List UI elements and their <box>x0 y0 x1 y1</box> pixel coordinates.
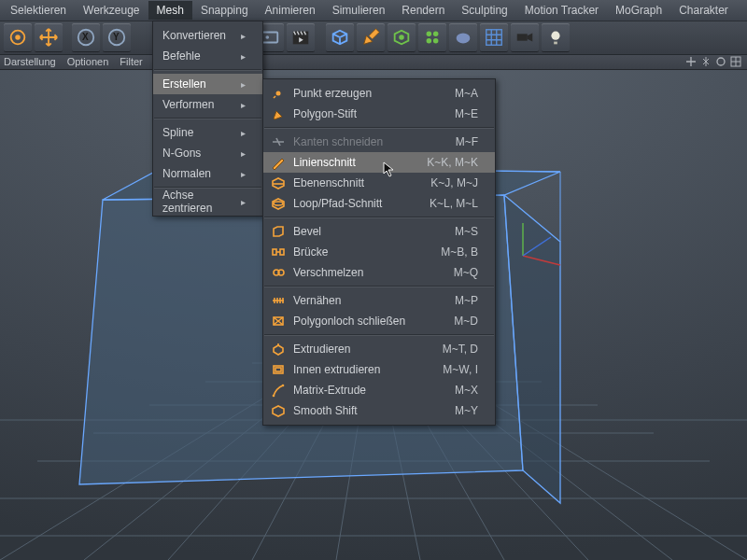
menu-label: Innen extrudieren <box>293 363 431 376</box>
menu2-item-linienschnitt[interactable]: LinienschnittK~K, M~K <box>263 152 495 173</box>
menu-label: Achse zentrieren <box>162 189 241 215</box>
menu-animieren[interactable]: Animieren <box>257 1 324 20</box>
tool-cube[interactable] <box>326 23 354 51</box>
submenu-arrow-icon: ▸ <box>241 100 246 110</box>
menu-label: Konvertieren <box>162 29 226 42</box>
menu-shortcut: M~P <box>455 294 478 307</box>
menu2-item-loop-pfad-schnitt[interactable]: Loop/Pfad-SchnittK~L, M~L <box>263 193 495 214</box>
menu-shortcut: M~X <box>455 384 478 397</box>
secbar-darstellung[interactable]: Darstellung <box>4 56 56 67</box>
loop-cut-icon <box>269 195 288 212</box>
menu2-item-ebenenschnitt[interactable]: EbenenschnittK~J, M~J <box>263 173 495 193</box>
menu1-item-erstellen[interactable]: Erstellen▸ <box>153 74 262 94</box>
svg-point-57 <box>273 395 275 398</box>
menu-shortcut: M~Y <box>455 404 478 417</box>
tool-live-select[interactable] <box>4 23 32 51</box>
tool-cloner[interactable] <box>418 23 446 51</box>
menu-sculpting[interactable]: Sculpting <box>453 1 515 20</box>
nav-orbit-icon[interactable] <box>715 56 726 67</box>
svg-point-38 <box>433 32 439 37</box>
nav-zoom-icon[interactable] <box>700 56 712 67</box>
tool-grid[interactable] <box>480 23 508 51</box>
tool-light[interactable] <box>542 23 570 51</box>
menu1-item-normalen[interactable]: Normalen▸ <box>153 163 262 184</box>
menu-label: Ebenenschnitt <box>293 176 419 189</box>
menu2-item-smooth-shift[interactable]: Smooth ShiftM~Y <box>263 400 495 421</box>
axis-y-label: Y <box>113 32 120 42</box>
axis-x-toggle[interactable]: X <box>72 23 100 51</box>
submenu-arrow-icon: ▸ <box>241 169 246 179</box>
menu2-item-polygonloch-schlie-en[interactable]: Polygonloch schließenM~D <box>263 311 495 331</box>
menu1-item-befehle[interactable]: Befehle▸ <box>153 46 262 66</box>
nav-layout-icon[interactable] <box>730 56 741 67</box>
knife-icon <box>269 154 288 171</box>
svg-marker-44 <box>528 33 533 41</box>
menu2-item-bevel[interactable]: BevelM~S <box>263 221 495 242</box>
menu2-item-punkt-erzeugen[interactable]: Punkt erzeugenM~A <box>263 83 495 104</box>
menu-shortcut: M~D <box>454 315 478 328</box>
stitch-icon <box>269 292 288 309</box>
menu2-item-polygon-stift[interactable]: Polygon-StiftM~E <box>263 104 495 124</box>
menu-rendern[interactable]: Rendern <box>393 1 453 20</box>
menu2-item-verschmelzen[interactable]: VerschmelzenM~Q <box>263 262 495 283</box>
svg-point-40 <box>433 38 439 43</box>
menu1-item-spline[interactable]: Spline▸ <box>153 122 262 143</box>
menu2-item-vern-hen[interactable]: VernähenM~P <box>263 290 495 311</box>
svg-point-41 <box>457 33 471 43</box>
menu-label: Verformen <box>162 98 214 111</box>
tool-blob[interactable] <box>449 23 477 51</box>
submenu-arrow-icon: ▸ <box>241 79 246 90</box>
menu-label: Spline <box>162 126 193 139</box>
svg-point-46 <box>717 58 725 65</box>
menu2-item-matrix-extrude[interactable]: Matrix-ExtrudeM~X <box>263 380 495 400</box>
menu1-item-konvertieren[interactable]: Konvertieren▸ <box>153 25 262 46</box>
menu1-item-n-gons[interactable]: N-Gons▸ <box>153 143 262 163</box>
menu-selektieren[interactable]: Selektieren <box>2 1 75 20</box>
menu-label: N-Gons <box>162 147 201 160</box>
axis-y-toggle[interactable]: Y <box>103 23 131 51</box>
menu-label: Polygonloch schließen <box>293 315 443 328</box>
submenu-arrow-icon: ▸ <box>241 148 246 159</box>
menu-charakter[interactable]: Charakter <box>670 1 737 20</box>
menu-label: Kanten schneiden <box>293 135 444 148</box>
submenu-arrow-icon: ▸ <box>241 31 246 41</box>
point-icon <box>269 85 288 102</box>
menu-shortcut: K~J, M~J <box>430 176 478 189</box>
menu-mograph[interactable]: MoGraph <box>607 1 670 20</box>
menu-motion tracker[interactable]: Motion Tracker <box>516 1 607 20</box>
menu1-item-verformen[interactable]: Verformen▸ <box>153 94 262 115</box>
menu-shortcut: K~L, M~L <box>430 197 478 210</box>
menu1-item-achse-zentrieren[interactable]: Achse zentrieren▸ <box>153 191 262 212</box>
menu-label: Normalen <box>162 167 211 180</box>
menu-snapping[interactable]: Snapping <box>192 1 257 20</box>
menu-label: Befehle <box>162 49 201 63</box>
svg-point-49 <box>274 202 283 205</box>
svg-point-45 <box>551 32 559 40</box>
menu2-item-innen-extrudieren[interactable]: Innen extrudierenM~W, I <box>263 359 495 380</box>
menu-simulieren[interactable]: Simulieren <box>324 1 394 20</box>
menu-mesh[interactable]: Mesh <box>148 1 192 20</box>
tool-camera[interactable] <box>511 23 539 51</box>
mesh-create-submenu[interactable]: Punkt erzeugenM~APolygon-StiftM~EKanten … <box>262 78 496 426</box>
menu-werkzeuge[interactable]: Werkzeuge <box>75 1 148 20</box>
mesh-menu[interactable]: Konvertieren▸Befehle▸Erstellen▸Verformen… <box>152 21 263 217</box>
tool-subdiv[interactable] <box>388 23 416 51</box>
smooth-shift-icon <box>269 402 288 419</box>
tool-move[interactable] <box>35 23 63 51</box>
tool-clapper[interactable] <box>287 23 315 51</box>
submenu-arrow-icon: ▸ <box>241 51 246 62</box>
nav-move-icon[interactable] <box>685 56 697 67</box>
axis-x-label: X <box>82 32 89 42</box>
edge-cut-icon <box>269 133 288 150</box>
menu-shortcut: M~B, B <box>441 245 478 259</box>
tool-pen[interactable] <box>357 23 385 51</box>
menu2-item-extrudieren[interactable]: ExtrudierenM~T, D <box>263 339 495 359</box>
secbar-optionen[interactable]: Optionen <box>67 56 109 67</box>
secbar-filter[interactable]: Filter <box>120 56 142 67</box>
viewport-option-bar: Darstellung Optionen Filter <box>0 54 747 70</box>
menu-label: Erstellen <box>162 77 206 91</box>
menu-label: Bevel <box>293 225 444 238</box>
svg-point-39 <box>427 38 432 43</box>
menu2-item-br-cke[interactable]: BrückeM~B, B <box>263 242 495 262</box>
submenu-arrow-icon: ▸ <box>241 128 246 138</box>
